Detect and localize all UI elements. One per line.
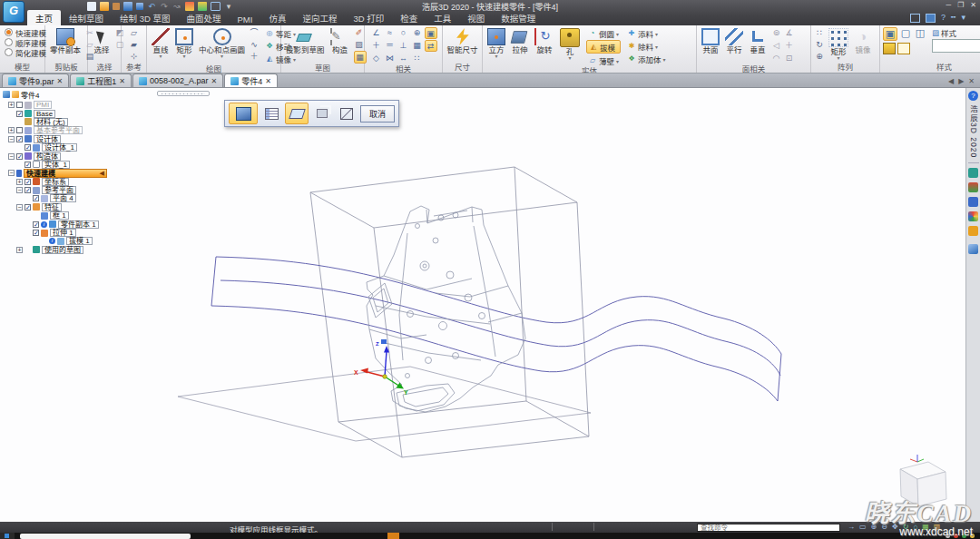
tab-close-icon[interactable]: ✕ [211,77,218,85]
style-dropdown[interactable] [932,39,980,53]
tree-row[interactable]: + 坐标系 [3,178,107,186]
face-lock-icon[interactable]: ⊡ [783,53,795,64]
pattern-rel-icon[interactable]: ▦ [411,40,424,52]
fit-view-icon[interactable]: ▭ [859,523,867,532]
minimize-ribbon-icon[interactable]: ╍ [951,13,956,23]
tab-bar-close-icon[interactable]: ✕ [968,77,975,85]
tree-row[interactable]: − 设计体 [3,135,107,143]
view-styles-icon[interactable]: ▦ [922,523,929,532]
named-views-icon[interactable]: ⌂ [913,523,917,532]
tree-root[interactable]: 零件4 [3,90,107,99]
sketch-color-icon[interactable]: ✐ [354,27,365,38]
circle-button[interactable]: 中心和点画圆 [197,27,247,60]
ref-plane-more-icon[interactable]: ▰ [129,39,140,50]
pattern-chain-icon[interactable]: ∷ [814,27,825,38]
sketch-view-button[interactable] [285,103,309,124]
zoom-area-icon[interactable]: ⊕ [871,523,877,532]
midpoint-icon[interactable]: ＋ [370,40,383,52]
expand-toggle[interactable]: + [8,102,15,108]
revolve-button[interactable]: ↻ 旋转 [533,27,556,55]
round-button[interactable]: ◔倒圆 [586,27,621,39]
expand-toggle[interactable]: − [16,187,23,193]
tree-row[interactable]: 拉伸 1 [3,229,107,237]
start-button[interactable] [0,533,15,539]
tab-inspect[interactable]: 检查 [392,10,426,25]
tangent-icon[interactable]: ≈ [384,27,397,39]
curve-icon[interactable]: ∿ [249,39,260,50]
arc-icon[interactable]: ⌒ [249,27,260,38]
zoom-icon[interactable]: ⊖ [881,523,887,532]
app-logo-icon[interactable]: G [3,1,24,23]
tab-close-icon[interactable]: ✕ [119,77,125,85]
pattern-lock-icon[interactable]: ⊕ [814,51,825,62]
wire-display-button[interactable] [336,103,358,123]
restore-button[interactable]: ❐ [957,1,964,10]
tray-icon[interactable] [946,534,950,538]
options-list-button[interactable] [260,103,282,123]
tab-tools[interactable]: 工具 [426,10,459,25]
taskbar-search[interactable] [20,534,191,539]
pattern-circular-icon[interactable]: ↻ [814,39,825,50]
panel-tab-icon-2[interactable] [968,182,978,192]
shaded-style-button[interactable] [883,43,896,54]
coordinate-system-icon[interactable]: ⊹ [129,51,140,62]
connect-icon[interactable]: ∠ [370,27,383,39]
ref-plane-icon[interactable]: ▱ [129,27,140,38]
selected-node[interactable]: 快速建模 ◀ [24,169,107,178]
radio-quick-modeling[interactable]: 快速建模 [5,27,46,37]
tree-row[interactable]: i 拔模 1 [3,237,107,245]
panel-tab-icon-6[interactable] [968,244,978,254]
thin-wall-button[interactable]: ▱薄壁 [586,54,621,66]
tree-checkbox[interactable] [24,187,31,193]
face-symmetry-icon[interactable]: ◁ [770,40,782,52]
tree-checkbox[interactable] [33,195,39,201]
doc-tab-drawing1[interactable]: 工程图1 ✕ [70,74,132,87]
box-button[interactable]: 立方 [485,27,507,60]
panel-tab-icon-3[interactable] [968,197,978,207]
tree-checkbox[interactable] [24,179,31,185]
perpendicular-rel-icon[interactable]: ⊥ [397,40,410,52]
tray-icon[interactable] [962,534,966,538]
view-cube[interactable] [900,455,946,506]
tree-row[interactable]: 平面 4 [3,194,107,202]
relate-toggle-icon[interactable]: ▣ [425,27,437,39]
face-offset-icon[interactable]: ⊚ [770,27,782,39]
line-button[interactable]: 直线 [150,27,172,60]
sketch-fill-icon[interactable]: ▨ [354,39,365,50]
tree-checkbox[interactable] [16,127,23,133]
tree-row[interactable]: 材料 (无) [3,118,107,126]
help-panel-tab[interactable]: 浩辰3D 2020 [968,105,979,158]
tab-simulation[interactable]: 仿真 [260,10,294,25]
equal-icon[interactable]: ＝ [384,40,397,52]
relate-swap-icon[interactable]: ⇄ [425,40,437,52]
add-body-button[interactable]: ❖添加体 [625,53,668,64]
view-overlay-button[interactable] [229,103,258,124]
tab-3d-print[interactable]: 3D 打印 [345,10,392,25]
expand-toggle[interactable]: + [16,247,23,253]
tab-reverse-engineering[interactable]: 逆向工程 [294,10,345,25]
coplanar-button[interactable]: 共面 [700,27,721,55]
tab-surfacing[interactable]: 曲面处理 [178,10,229,25]
panel-tab-icon-1[interactable] [968,168,978,178]
viewport-3d[interactable]: X Y Z [0,88,965,522]
parallel-button[interactable]: 平行 [723,27,745,55]
doc-tab-part9[interactable]: 零件9.par ✕ [2,74,69,87]
construction-button[interactable]: ✎ 构造 [328,27,352,55]
tab-close-icon[interactable]: ✕ [265,77,271,85]
expand-toggle[interactable]: − [8,153,15,160]
tab-prev-icon[interactable]: ◀ [948,77,954,85]
panel-tab-icon-5[interactable] [968,226,978,236]
pin-ribbon-icon[interactable]: ▾ [961,13,965,23]
perpendicular-button[interactable]: 垂直 [747,27,769,55]
point-icon[interactable]: ＋ [249,51,260,62]
rectangular-pattern-button[interactable]: 矩形 [827,27,850,62]
tab-3d-sketch[interactable]: 绘制 3D 草图 [112,10,178,25]
panel-tab-icon-4[interactable] [968,211,978,221]
expand-toggle[interactable]: + [16,179,23,185]
window-views-icon[interactable]: ▥ [934,523,941,532]
tree-checkbox[interactable] [24,204,31,211]
cancel-button[interactable]: 取消 [360,105,395,122]
rigid-icon[interactable]: ∷ [411,53,424,64]
tree-checkbox[interactable] [24,162,31,168]
expand-toggle[interactable]: − [8,136,15,142]
